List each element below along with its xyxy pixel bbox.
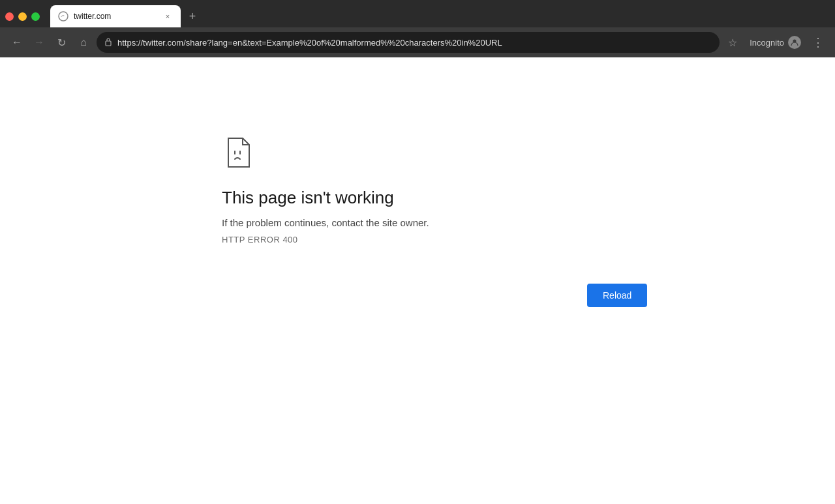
forward-button[interactable]: → [30, 33, 48, 52]
error-description: If the problem continues, contact the si… [222, 217, 429, 228]
incognito-button[interactable]: Incognito [744, 33, 806, 52]
active-tab[interactable]: twitter.com × [50, 5, 181, 27]
svg-point-0 [59, 12, 68, 21]
error-document-icon [222, 136, 256, 172]
back-button[interactable]: ← [8, 33, 26, 52]
tab-bar: twitter.com × + [0, 0, 835, 27]
navigation-bar: ← → ↻ ⌂ ☆ Incognito [0, 27, 835, 57]
address-input[interactable] [117, 38, 712, 48]
browser-menu-button[interactable]: ⋮ [809, 33, 827, 52]
home-button[interactable]: ⌂ [74, 33, 93, 52]
tab-favicon-icon [58, 11, 68, 22]
reload-nav-button[interactable]: ↻ [52, 33, 70, 52]
minimize-window-button[interactable] [18, 12, 27, 21]
incognito-label: Incognito [750, 38, 784, 48]
tab-title: twitter.com [74, 12, 157, 21]
close-window-button[interactable] [5, 12, 14, 21]
page-content: This page isn't working If the problem c… [0, 57, 835, 307]
error-title: This page isn't working [222, 188, 394, 208]
maximize-window-button[interactable] [31, 12, 40, 21]
address-bar-container[interactable] [97, 32, 720, 53]
error-container: This page isn't working If the problem c… [222, 136, 647, 307]
incognito-icon [788, 36, 801, 49]
reload-button[interactable]: Reload [587, 284, 647, 307]
error-code: HTTP ERROR 400 [222, 235, 298, 245]
lock-icon [104, 37, 112, 48]
bookmark-star-button[interactable]: ☆ [723, 33, 742, 52]
nav-right-controls: ☆ Incognito ⋮ [723, 33, 827, 52]
tab-close-button[interactable]: × [162, 11, 173, 22]
svg-rect-1 [106, 41, 111, 46]
new-tab-button[interactable]: + [183, 7, 202, 25]
window-controls [5, 12, 40, 21]
